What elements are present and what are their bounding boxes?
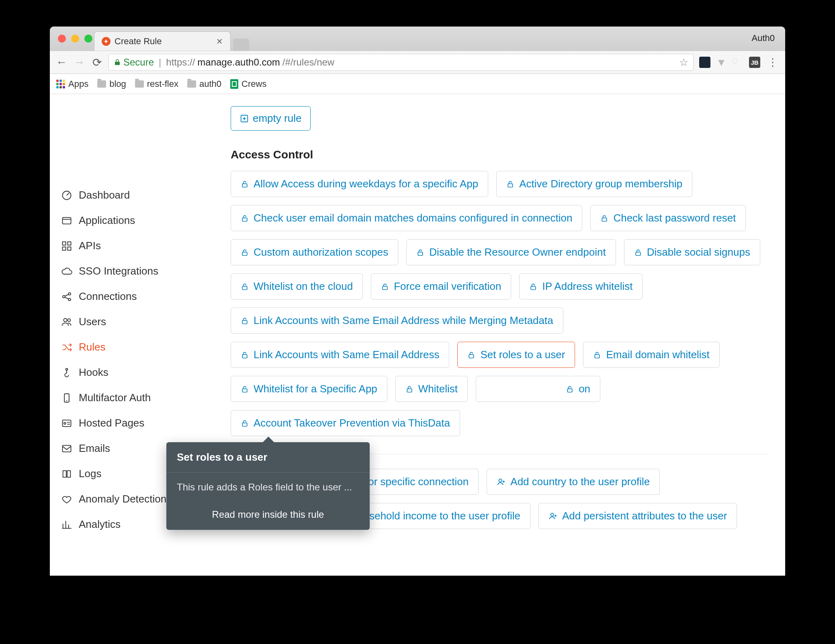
browser-tab-active[interactable]: ✦ Create Rule ✕ bbox=[94, 31, 231, 51]
svg-point-14 bbox=[64, 422, 66, 424]
unlock-icon bbox=[241, 317, 249, 325]
rule-chip[interactable]: Allow Access during weekdays for a speci… bbox=[231, 171, 488, 197]
sidebar-item-rules[interactable]: Rules bbox=[57, 334, 198, 360]
rule-chip[interactable]: Disable the Resource Owner endpoint bbox=[406, 239, 616, 265]
page-content: Dashboard Applications APIs SSO Integrat… bbox=[50, 94, 785, 576]
svg-rect-24 bbox=[242, 286, 247, 289]
rule-chip[interactable]: Whitelist for a Specific App bbox=[231, 376, 387, 402]
svg-point-36 bbox=[499, 479, 502, 482]
svg-rect-22 bbox=[418, 252, 423, 255]
empty-rule-button[interactable]: empty rule bbox=[231, 106, 311, 131]
svg-rect-3 bbox=[68, 242, 71, 245]
rule-chip[interactable]: Active Directory group membership bbox=[496, 171, 692, 197]
rule-chip[interactable]: on bbox=[476, 376, 600, 402]
sidebar-item-hooks[interactable]: Hooks bbox=[57, 360, 198, 385]
url-path: /#/rules/new bbox=[282, 57, 334, 68]
unlock-icon bbox=[241, 248, 249, 256]
svg-rect-19 bbox=[242, 218, 247, 221]
bookmarks-bar: Apps blog rest-flex auth0 Crews bbox=[50, 74, 785, 94]
maximize-window-button[interactable] bbox=[84, 35, 92, 43]
bookmark-folder-rest-flex[interactable]: rest-flex bbox=[135, 79, 178, 89]
svg-rect-21 bbox=[242, 252, 247, 255]
svg-rect-30 bbox=[595, 355, 600, 358]
rule-chip[interactable]: Whitelist bbox=[395, 376, 468, 402]
rule-chip-label: Account Takeover Prevention via ThisData bbox=[254, 417, 450, 429]
window-controls bbox=[58, 35, 92, 43]
svg-rect-23 bbox=[636, 252, 641, 255]
close-tab-icon[interactable]: ✕ bbox=[216, 37, 223, 46]
address-bar[interactable]: Secure | https://manage.auth0.com/#/rule… bbox=[108, 54, 694, 71]
svg-rect-32 bbox=[407, 389, 412, 392]
unlock-icon bbox=[529, 283, 537, 291]
rule-chip-label: on bbox=[579, 383, 590, 395]
rule-chip[interactable]: Email domain whitelist bbox=[583, 342, 719, 368]
rule-chip[interactable]: Link Accounts with Same Email Address wh… bbox=[231, 308, 563, 334]
bookmark-folder-auth0[interactable]: auth0 bbox=[187, 79, 221, 89]
close-window-button[interactable] bbox=[58, 35, 66, 43]
minimize-window-button[interactable] bbox=[71, 35, 79, 43]
sidebar-item-mfa[interactable]: Multifactor Auth bbox=[57, 385, 198, 410]
sheets-icon bbox=[230, 79, 238, 89]
rule-chip-label: Whitelist on the cloud bbox=[254, 280, 353, 293]
sidebar-item-connections[interactable]: Connections bbox=[57, 284, 198, 309]
extension-jb-icon[interactable]: JB bbox=[749, 57, 760, 68]
url-scheme: https:// bbox=[166, 57, 195, 68]
bookmark-star-icon[interactable]: ☆ bbox=[679, 56, 688, 69]
chart-icon bbox=[61, 519, 72, 530]
forward-button[interactable]: → bbox=[73, 56, 85, 69]
unlock-icon bbox=[566, 385, 574, 393]
extension-vue-devtools-icon[interactable]: ▼ bbox=[716, 56, 727, 69]
browser-profile-label[interactable]: Auth0 bbox=[752, 33, 775, 43]
rule-chip-label: Link Accounts with Same Email Address wh… bbox=[254, 314, 553, 327]
bookmark-sheets-crews[interactable]: Crews bbox=[230, 79, 266, 89]
extension-disabled-icon[interactable]: ◌ bbox=[732, 57, 743, 68]
sidebar-item-users[interactable]: Users bbox=[57, 309, 198, 334]
rule-chip[interactable]: Force email verification bbox=[371, 273, 511, 299]
url-host: manage.auth0.com bbox=[197, 57, 280, 68]
unlock-icon bbox=[600, 214, 608, 222]
bookmark-folder-blog[interactable]: blog bbox=[97, 79, 126, 89]
rule-chip[interactable]: Custom authorization scopes bbox=[231, 239, 398, 265]
sidebar-item-apis[interactable]: APIs bbox=[57, 233, 198, 258]
rule-chip-label: Set roles to a user bbox=[480, 349, 565, 361]
rule-chip-label: Check user email domain matches domains … bbox=[254, 212, 572, 224]
browser-tabstrip: ✦ Create Rule ✕ Auth0 bbox=[50, 27, 785, 51]
rule-chip[interactable]: Account Takeover Prevention via ThisData bbox=[231, 410, 460, 436]
extension-react-devtools-icon[interactable] bbox=[699, 57, 710, 68]
tooltip-body: This rule adds a Roles field to the user… bbox=[166, 473, 370, 502]
rule-chip[interactable]: Check user email domain matches domains … bbox=[231, 205, 582, 231]
sidebar-item-hosted-pages[interactable]: Hosted Pages bbox=[57, 410, 198, 436]
sidebar-item-sso[interactable]: SSO Integrations bbox=[57, 258, 198, 284]
folder-icon bbox=[97, 80, 106, 88]
rule-chip[interactable]: Whitelist on the cloud bbox=[231, 273, 363, 299]
unlock-icon bbox=[241, 180, 249, 188]
svg-rect-20 bbox=[602, 218, 607, 221]
browser-window: ✦ Create Rule ✕ Auth0 ← → ⟳ Secure | htt… bbox=[50, 27, 785, 576]
rule-chip[interactable]: Disable social signups bbox=[624, 239, 760, 265]
rule-chip[interactable]: Set roles to a user bbox=[457, 342, 575, 368]
back-button[interactable]: ← bbox=[55, 56, 68, 69]
svg-rect-2 bbox=[63, 242, 66, 245]
svg-rect-25 bbox=[383, 286, 387, 289]
browser-toolbar: ← → ⟳ Secure | https://manage.auth0.com/… bbox=[50, 51, 785, 74]
rule-chip-label: Custom authorization scopes bbox=[254, 246, 388, 258]
rule-chip-label: Check last password reset bbox=[613, 212, 736, 224]
new-tab-button[interactable] bbox=[233, 39, 249, 51]
svg-rect-17 bbox=[242, 184, 247, 187]
reload-button[interactable]: ⟳ bbox=[91, 56, 103, 69]
bookmark-apps[interactable]: Apps bbox=[56, 79, 88, 89]
rule-chip-label: IP Address whitelist bbox=[542, 280, 632, 293]
tooltip-read-more[interactable]: Read more inside this rule bbox=[166, 502, 370, 530]
sidebar-item-dashboard[interactable]: Dashboard bbox=[57, 183, 198, 208]
svg-point-38 bbox=[551, 513, 553, 516]
rule-chip[interactable]: Check last password reset bbox=[590, 205, 746, 231]
browser-menu-icon[interactable]: ⋮ bbox=[766, 56, 780, 69]
rule-chip[interactable]: IP Address whitelist bbox=[519, 273, 643, 299]
sidebar-item-applications[interactable]: Applications bbox=[57, 208, 198, 233]
rule-chip[interactable]: Link Accounts with Same Email Address bbox=[231, 342, 449, 368]
svg-rect-31 bbox=[242, 389, 247, 392]
unlock-icon bbox=[506, 180, 514, 188]
rule-chip[interactable]: Add persistent attributes to the user bbox=[538, 503, 737, 529]
unlock-icon bbox=[593, 351, 601, 359]
rule-chip[interactable]: Add country to the user profile bbox=[487, 469, 660, 495]
